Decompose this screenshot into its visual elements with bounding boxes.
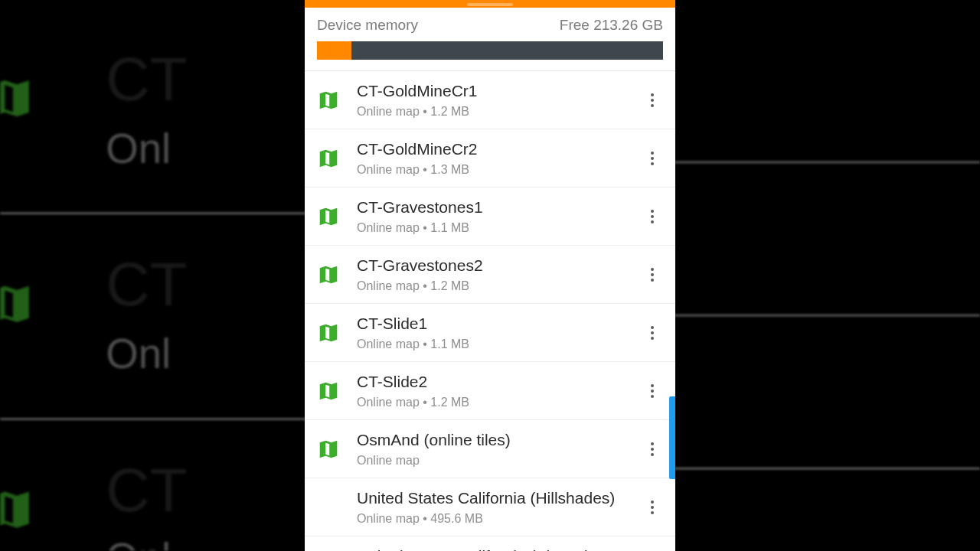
item-title: United States California (Hillshades) [357, 488, 639, 508]
map-icon [317, 438, 340, 461]
item-title: CT-Gravestones1 [357, 197, 639, 217]
background-ghost-left: CTOnl CTOnl CTOnl CTOnl [0, 0, 337, 551]
more-menu-button[interactable] [639, 91, 666, 109]
item-title: OsmAnd (online tiles) [357, 430, 639, 450]
item-title: CT-GoldMineCr2 [357, 139, 639, 159]
item-subtitle: Online map • 1.1 MB [357, 337, 639, 351]
item-title: United States California (Slopes) [357, 546, 639, 551]
list-item[interactable]: OsmAnd (online tiles)Online map [305, 420, 675, 478]
item-title: CT-Gravestones2 [357, 256, 639, 276]
map-icon [0, 75, 57, 145]
item-subtitle: Online map • 1.2 MB [357, 105, 639, 119]
background-ghost-right [643, 0, 980, 551]
map-icon [317, 380, 340, 403]
kebab-icon [651, 324, 654, 342]
list-item[interactable]: United States California (Slopes)Online … [305, 536, 675, 551]
more-menu-button[interactable] [639, 266, 666, 284]
map-icon [317, 89, 340, 112]
item-subtitle: Online map • 1.2 MB [357, 279, 639, 293]
list-item[interactable]: CT-Slide1Online map • 1.1 MB [305, 304, 675, 362]
list-item[interactable]: CT-Gravestones1Online map • 1.1 MB [305, 187, 675, 246]
map-icon [317, 263, 340, 286]
storage-free: Free 213.26 GB [560, 17, 663, 34]
list-item[interactable]: CT-Gravestones2Online map • 1.2 MB [305, 246, 675, 304]
more-menu-button[interactable] [639, 324, 666, 342]
list-item[interactable]: United States California (Hillshades)Onl… [305, 478, 675, 536]
item-subtitle: Online map • 1.1 MB [357, 221, 639, 235]
list-item[interactable]: CT-GoldMineCr1Online map • 1.2 MB [305, 71, 675, 129]
tab-bar [305, 0, 675, 8]
kebab-icon [651, 382, 654, 400]
kebab-icon [651, 149, 654, 168]
more-menu-button[interactable] [639, 440, 666, 458]
more-menu-button[interactable] [639, 498, 666, 517]
scrollbar-thumb[interactable] [669, 396, 675, 479]
kebab-icon [651, 207, 654, 226]
item-title: CT-Slide2 [357, 372, 639, 392]
item-title: CT-Slide1 [357, 314, 639, 334]
kebab-icon [651, 498, 654, 517]
kebab-icon [651, 91, 654, 109]
item-subtitle: Online map • 1.2 MB [357, 396, 639, 409]
map-icon [317, 321, 340, 344]
list-item[interactable]: CT-Slide2Online map • 1.2 MB [305, 362, 675, 420]
more-menu-button[interactable] [639, 149, 666, 168]
item-subtitle: Online map • 495.6 MB [357, 512, 639, 526]
map-list: CT-GoldMineCr1Online map • 1.2 MBCT-Gold… [305, 70, 675, 551]
more-menu-button[interactable] [639, 207, 666, 226]
app-screen: Device memory Free 213.26 GB CT-GoldMine… [305, 0, 675, 551]
more-menu-button[interactable] [639, 382, 666, 400]
kebab-icon [651, 440, 654, 458]
item-title: CT-GoldMineCr1 [357, 81, 639, 101]
kebab-icon [651, 266, 654, 284]
storage-label: Device memory [317, 17, 418, 34]
item-subtitle: Online map [357, 454, 639, 468]
map-icon [317, 147, 340, 170]
map-icon [317, 205, 340, 228]
storage-bar[interactable] [317, 41, 663, 60]
item-subtitle: Online map • 1.3 MB [357, 163, 639, 177]
list-item[interactable]: CT-GoldMineCr2Online map • 1.3 MB [305, 129, 675, 187]
storage-panel: Device memory Free 213.26 GB [305, 8, 675, 70]
storage-bar-used [317, 41, 351, 60]
